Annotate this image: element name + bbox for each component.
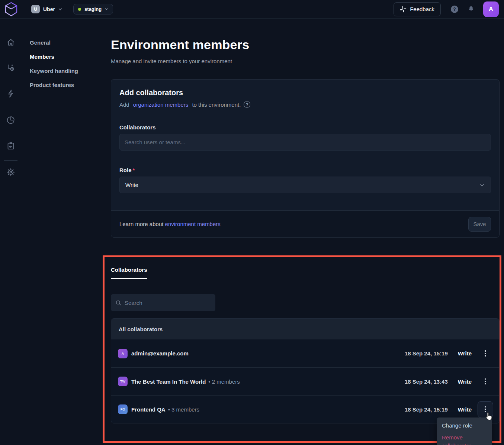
environment-members-link[interactable]: environment members — [165, 221, 221, 227]
question-circle-icon[interactable]: ? — [244, 101, 250, 108]
card-footer: Learn more about environment members Sav… — [111, 210, 499, 237]
org-switcher[interactable]: U Uber — [31, 5, 63, 13]
added-date: 18 Sep 24, 15:19 — [405, 406, 448, 413]
subnav-item-product-features[interactable]: Product features — [30, 78, 104, 92]
row-menu-button[interactable] — [478, 373, 493, 390]
required-mark: * — [133, 167, 135, 173]
collaborators-table-search-input[interactable] — [125, 300, 211, 306]
collaborator-name: Frontend QA — [131, 406, 166, 413]
role-value: Write — [458, 350, 472, 357]
main-content: Environment members Manage and invite me… — [111, 19, 500, 238]
menu-item-remove-collaborator[interactable]: Remove collaborator — [437, 432, 492, 445]
row-menu-button-active[interactable] — [478, 401, 493, 418]
collaborators-field-label: Collaborators — [119, 124, 491, 130]
page-subtitle: Manage and invite members to your enviro… — [111, 58, 500, 64]
table-row[interactable]: A admin@example.com 18 Sep 24, 15:19 Wri… — [111, 339, 499, 367]
row-menu-button[interactable] — [478, 345, 493, 362]
role-field-label: Role* — [119, 167, 491, 173]
organization-members-link[interactable]: organization members — [133, 101, 188, 108]
card-description: Add organization members to this environ… — [119, 101, 491, 108]
reports-clipboard-icon[interactable] — [6, 141, 15, 150]
avatar: TW — [118, 377, 128, 386]
org-name: Uber — [43, 6, 55, 12]
settings-gear-icon[interactable] — [6, 168, 15, 177]
collaborators-table: All collaborators A admin@example.com 18… — [111, 318, 500, 423]
environment-status-dot — [78, 8, 81, 11]
add-collaborators-card: Add collaborators Add organization membe… — [111, 79, 500, 238]
feedback-label: Feedback — [410, 6, 434, 12]
table-row[interactable]: TW The Best Team In The World • 2 member… — [111, 367, 499, 395]
collaborator-meta: • 3 members — [168, 406, 199, 413]
search-icon — [115, 300, 122, 306]
subnav-item-general[interactable]: General — [30, 35, 104, 49]
collaborators-search-field[interactable] — [119, 134, 491, 151]
avatar: A — [118, 349, 128, 358]
app-logo-icon[interactable] — [4, 1, 19, 17]
subnav-item-keyword-handling[interactable]: Keyword handling — [30, 64, 104, 78]
learn-more-text: Learn more about environment members — [119, 221, 221, 227]
environment-switcher[interactable]: staging — [73, 4, 113, 14]
topbar-right: Feedback ? A — [394, 1, 499, 17]
menu-item-change-role[interactable]: Change role — [437, 420, 492, 431]
tab-collaborators[interactable]: Collaborators — [111, 267, 147, 279]
role-value: Write — [458, 406, 472, 413]
added-date: 18 Sep 24, 13:43 — [405, 378, 448, 385]
add-collaborators-card-body: Add collaborators Add organization membe… — [111, 80, 499, 210]
rail-divider — [4, 160, 17, 161]
save-button[interactable]: Save — [468, 217, 491, 232]
subnav-item-members[interactable]: Members — [30, 49, 104, 64]
app-screen: U Uber staging — [0, 0, 504, 445]
collaborators-table-search[interactable] — [111, 294, 215, 311]
chevron-down-icon — [58, 7, 63, 12]
icon-rail — [0, 19, 22, 445]
kebab-icon — [485, 378, 486, 385]
slack-icon — [400, 6, 407, 13]
collaborator-name: admin@example.com — [131, 350, 189, 357]
collaborator-name: The Best Team In The World — [131, 378, 206, 385]
role-value: Write — [458, 378, 472, 385]
chevron-down-icon — [104, 7, 109, 12]
user-avatar[interactable]: A — [483, 1, 499, 17]
topbar: U Uber staging — [0, 0, 504, 19]
collaborators-section-annotated: Collaborators All collaborators A admin@… — [103, 255, 501, 443]
avatar: FQ — [118, 404, 128, 414]
added-date: 18 Sep 24, 15:19 — [405, 350, 448, 357]
flags-lightning-icon[interactable] — [6, 89, 15, 98]
org-badge: U — [31, 5, 40, 13]
home-icon[interactable] — [6, 38, 15, 47]
kebab-icon — [485, 406, 486, 413]
role-select[interactable]: Write — [119, 177, 491, 193]
collaborators-search-input[interactable] — [125, 139, 486, 145]
environment-name: staging — [84, 6, 102, 12]
card-title: Add collaborators — [119, 88, 491, 97]
role-select-value: Write — [125, 182, 138, 188]
table-group-header: All collaborators — [111, 319, 499, 339]
notifications-bell-icon[interactable] — [468, 6, 475, 13]
analytics-pie-icon[interactable] — [6, 116, 15, 125]
settings-subnav: General Members Keyword handling Product… — [30, 19, 104, 92]
chevron-down-icon — [479, 182, 485, 188]
help-icon[interactable]: ? — [451, 6, 458, 13]
page-title: Environment members — [111, 37, 500, 52]
row-context-menu: Change role Remove collaborator — [437, 417, 492, 445]
keyword-add-icon[interactable] — [6, 63, 15, 72]
kebab-icon — [485, 350, 486, 357]
feedback-button[interactable]: Feedback — [394, 2, 441, 16]
collaborator-meta: • 2 members — [208, 378, 240, 385]
